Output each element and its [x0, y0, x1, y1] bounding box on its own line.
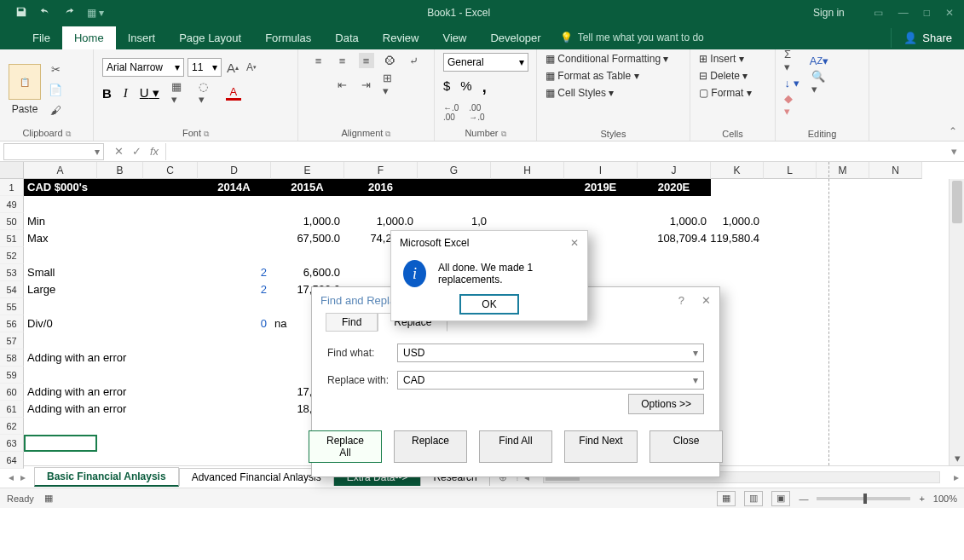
cell[interactable]: Max	[24, 230, 143, 247]
cell[interactable]	[564, 213, 638, 230]
sheet-nav-next-icon[interactable]: ▸	[20, 471, 26, 483]
cell[interactable]	[143, 230, 198, 247]
insert-cells-button[interactable]: ⊞ Insert ▾	[699, 53, 744, 65]
cell[interactable]: 1,000.0	[344, 213, 418, 230]
cell[interactable]: 1,000.0	[638, 213, 711, 230]
cell[interactable]	[198, 349, 271, 367]
dialog-help-icon[interactable]: ?	[678, 294, 684, 307]
header-year-cell[interactable]	[418, 179, 491, 196]
zoom-slider[interactable]	[817, 497, 910, 500]
row-header[interactable]: 49	[0, 196, 24, 213]
paste-icon[interactable]: 📋	[9, 64, 41, 100]
ribbon-options-icon[interactable]: ▭	[874, 7, 883, 19]
format-as-table-button[interactable]: ▦ Format as Table ▾	[545, 70, 639, 82]
cell[interactable]: 2	[198, 281, 271, 298]
minimize-icon[interactable]: —	[898, 7, 909, 19]
accounting-icon[interactable]: $	[443, 78, 450, 96]
replace-all-button[interactable]: Replace All	[309, 430, 382, 463]
find-all-button[interactable]: Find All	[479, 430, 552, 463]
col-header-C[interactable]: C	[143, 162, 198, 179]
cell[interactable]	[143, 452, 198, 469]
cell[interactable]	[143, 401, 198, 418]
col-header-L[interactable]: L	[764, 162, 817, 179]
cell[interactable]: Adding with an error	[24, 384, 143, 401]
cell[interactable]	[24, 332, 143, 349]
vscroll-thumb[interactable]	[952, 181, 962, 223]
cell[interactable]: Min	[24, 213, 143, 230]
name-box-dropdown-icon[interactable]: ▾	[95, 146, 100, 158]
cell[interactable]: 108,709.4	[638, 230, 711, 247]
col-header-E[interactable]: E	[271, 162, 344, 179]
header-year-cell[interactable]: 2014A	[198, 179, 271, 196]
cell[interactable]	[143, 196, 198, 213]
scroll-down-icon[interactable]: ▾	[950, 450, 964, 465]
cell[interactable]	[711, 264, 764, 281]
sheet-tab-basic[interactable]: Basic Financial Anlaysis	[34, 467, 179, 487]
fill-icon[interactable]: ↓ ▾	[784, 75, 799, 90]
row-header[interactable]: 55	[0, 298, 24, 315]
tab-formulas[interactable]: Formulas	[253, 26, 323, 49]
col-header-I[interactable]: I	[564, 162, 638, 179]
view-page-break-icon[interactable]: ▣	[771, 491, 790, 506]
cut-icon[interactable]: ✂	[48, 61, 63, 77]
header-year-cell[interactable]: 2016	[344, 179, 418, 196]
undo-icon[interactable]	[39, 6, 51, 20]
col-header-M[interactable]: M	[817, 162, 869, 179]
row-header[interactable]: 58	[0, 349, 24, 367]
cell[interactable]	[198, 332, 271, 349]
row-header[interactable]: 56	[0, 315, 24, 332]
find-tab[interactable]: Find	[326, 313, 378, 332]
row-header[interactable]: 53	[0, 264, 24, 281]
enter-formula-icon[interactable]: ✓	[132, 145, 141, 158]
cancel-formula-icon[interactable]: ✕	[114, 145, 124, 158]
row-header[interactable]: 1	[0, 179, 24, 196]
cell[interactable]	[143, 332, 198, 349]
row-header[interactable]: 59	[0, 367, 24, 384]
decrease-font-icon[interactable]: A▾	[244, 60, 259, 75]
replace-with-input[interactable]: CAD▾	[397, 371, 704, 390]
col-header-K[interactable]: K	[711, 162, 764, 179]
cell[interactable]	[24, 452, 143, 469]
row-header[interactable]: 54	[0, 281, 24, 298]
cell[interactable]	[638, 196, 711, 213]
cell[interactable]	[638, 264, 711, 281]
cell[interactable]	[24, 298, 143, 315]
tab-data[interactable]: Data	[323, 26, 370, 49]
row-header[interactable]: 64	[0, 452, 24, 469]
header-year-cell[interactable]	[491, 179, 564, 196]
tab-view[interactable]: View	[430, 26, 478, 49]
cell[interactable]	[198, 298, 271, 315]
col-header-D[interactable]: D	[198, 162, 271, 179]
align-top-icon[interactable]: ≡	[311, 53, 326, 68]
cell[interactable]	[143, 349, 198, 367]
bold-button[interactable]: B	[102, 86, 112, 101]
find-select-icon[interactable]: 🔍▾	[811, 75, 827, 90]
decrease-indent-icon[interactable]: ⇤	[335, 77, 350, 92]
align-bottom-icon[interactable]: ≡	[359, 53, 374, 68]
clipboard-launcher-icon[interactable]: ⧉	[66, 130, 71, 138]
formula-bar[interactable]	[165, 143, 944, 160]
number-launcher-icon[interactable]: ⧉	[501, 130, 506, 138]
cell[interactable]	[564, 196, 638, 213]
share-button[interactable]: 👤 Share	[891, 28, 964, 48]
italic-button[interactable]: I	[124, 86, 128, 101]
cell[interactable]	[24, 435, 97, 452]
align-middle-icon[interactable]: ≡	[335, 53, 350, 68]
cell[interactable]: 6,600.0	[271, 264, 344, 281]
col-header-N[interactable]: N	[869, 162, 922, 179]
cell[interactable]: Adding with an error	[24, 349, 143, 367]
cell[interactable]	[152, 435, 225, 452]
tell-me-search[interactable]: 💡 Tell me what you want to do	[560, 32, 704, 43]
fill-color-icon[interactable]: ◌ ▾	[199, 85, 214, 101]
cell[interactable]	[24, 196, 143, 213]
signin-link[interactable]: Sign in	[813, 7, 845, 19]
cell[interactable]	[271, 196, 344, 213]
col-header-G[interactable]: G	[418, 162, 491, 179]
cell[interactable]	[143, 315, 198, 332]
ok-button[interactable]: OK	[459, 294, 518, 315]
format-cells-button[interactable]: ▢ Format ▾	[699, 87, 752, 99]
row-header[interactable]: 52	[0, 247, 24, 264]
zoom-in-icon[interactable]: +	[919, 494, 924, 504]
font-name-combo[interactable]: Arial Narrow▾	[102, 58, 184, 77]
increase-decimal-icon[interactable]: ←.0.00	[443, 103, 459, 122]
